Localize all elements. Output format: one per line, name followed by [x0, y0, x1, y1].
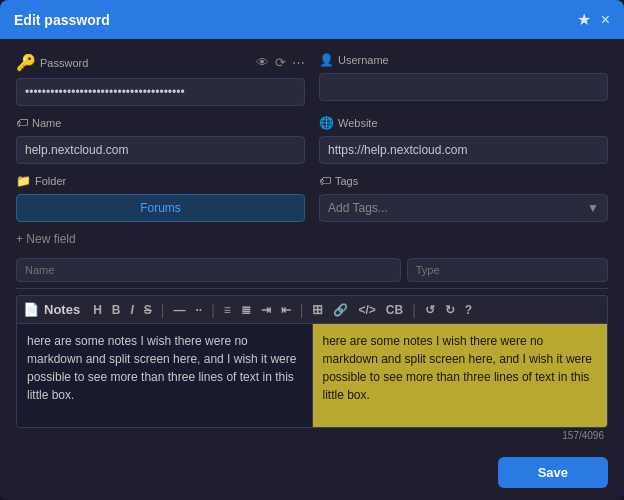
password-action-icons: 👁 ⟳ ⋯ — [256, 55, 305, 70]
globe-icon: 🌐 — [319, 116, 334, 130]
row-name-website: 🏷 Name 🌐 Website — [16, 116, 608, 164]
price-tag-icon: 🏷 — [319, 174, 331, 188]
folder-value[interactable]: Forums — [16, 194, 305, 222]
refresh-icon[interactable]: ⟳ — [275, 55, 286, 70]
tags-placeholder: Add Tags... — [328, 201, 388, 215]
password-input[interactable] — [16, 78, 305, 106]
toolbar-ul-btn[interactable]: ≡ — [221, 302, 234, 318]
toolbar-hr-btn[interactable]: — — [170, 302, 188, 318]
toolbar-i-btn[interactable]: I — [127, 302, 136, 318]
col-tags: 🏷 Tags Add Tags... ▼ — [319, 174, 608, 222]
website-input[interactable] — [319, 136, 608, 164]
new-field-row: + New field — [16, 232, 608, 246]
toolbar-redo-btn[interactable]: ↻ — [442, 302, 458, 318]
toolbar-sep-2: | — [211, 302, 215, 318]
toolbar-sep-3: | — [300, 302, 304, 318]
toolbar-table-btn[interactable]: ⊞ — [309, 301, 326, 318]
toolbar-ol-btn[interactable]: ≣ — [238, 302, 254, 318]
tags-label-row: 🏷 Tags — [319, 174, 608, 188]
name-input[interactable] — [16, 136, 305, 164]
char-count: 157/4096 — [16, 428, 608, 441]
website-label: Website — [338, 117, 378, 129]
toolbar-sep-1: | — [161, 302, 165, 318]
col-folder: 📁 Folder Forums — [16, 174, 305, 222]
toolbar-br-btn[interactable]: ·· — [192, 302, 205, 318]
divider — [16, 288, 608, 289]
toolbar-sep-4: | — [412, 302, 416, 318]
new-field-name-input[interactable] — [16, 258, 401, 282]
chevron-down-icon: ▼ — [587, 201, 599, 215]
edit-password-modal: Edit password ★ × 🔑 Password 👁 ⟳ ⋯ — [0, 0, 624, 500]
password-label: Password — [40, 57, 88, 69]
modal-title: Edit password — [14, 12, 110, 28]
notes-label: 📄 Notes — [23, 302, 80, 317]
col-username: 👤 Username — [319, 53, 608, 106]
star-icon[interactable]: ★ — [577, 10, 591, 29]
toolbar-s-btn[interactable]: S — [141, 302, 155, 318]
modal-body: 🔑 Password 👁 ⟳ ⋯ 👤 Username — [0, 39, 624, 449]
col-password: 🔑 Password 👁 ⟳ ⋯ — [16, 53, 305, 106]
notes-icon: 📄 — [23, 302, 39, 317]
website-label-row: 🌐 Website — [319, 116, 608, 130]
new-field-label[interactable]: + New field — [16, 232, 76, 246]
name-label-row: 🏷 Name — [16, 116, 305, 130]
username-input[interactable] — [319, 73, 608, 101]
col-name: 🏷 Name — [16, 116, 305, 164]
close-icon[interactable]: × — [601, 11, 610, 29]
notes-preview: here are some notes I wish there were no… — [313, 324, 608, 427]
folder-icon: 📁 — [16, 174, 31, 188]
toolbar-help-btn[interactable]: ? — [462, 302, 475, 318]
header-actions: ★ × — [577, 10, 610, 29]
toolbar-cb-btn[interactable]: CB — [383, 302, 406, 318]
eye-icon[interactable]: 👁 — [256, 55, 269, 70]
col-website: 🌐 Website — [319, 116, 608, 164]
more-icon[interactable]: ⋯ — [292, 55, 305, 70]
notes-section: 📄 Notes H B I S | — ·· | ≡ ≣ ⇥ ⇤ | ⊞ 🔗 <… — [16, 295, 608, 441]
username-label-row: 👤 Username — [319, 53, 608, 67]
tags-select[interactable]: Add Tags... ▼ — [319, 194, 608, 222]
tags-label: Tags — [335, 175, 358, 187]
toolbar-outdent-btn[interactable]: ⇤ — [278, 302, 294, 318]
username-label: Username — [338, 54, 389, 66]
new-field-type-input[interactable] — [407, 258, 608, 282]
key-icon: 🔑 — [16, 53, 36, 72]
row-folder-tags: 📁 Folder Forums 🏷 Tags Add Tags... ▼ — [16, 174, 608, 222]
notes-editor[interactable] — [17, 324, 313, 427]
toolbar-h-btn[interactable]: H — [90, 302, 105, 318]
toolbar-b-btn[interactable]: B — [109, 302, 124, 318]
toolbar-indent-btn[interactable]: ⇥ — [258, 302, 274, 318]
tag-icon: 🏷 — [16, 116, 28, 130]
notes-toolbar: 📄 Notes H B I S | — ·· | ≡ ≣ ⇥ ⇤ | ⊞ 🔗 <… — [16, 295, 608, 323]
person-icon: 👤 — [319, 53, 334, 67]
row-password-username: 🔑 Password 👁 ⟳ ⋯ 👤 Username — [16, 53, 608, 106]
save-button[interactable]: Save — [498, 457, 608, 488]
toolbar-code-btn[interactable]: </> — [355, 302, 378, 318]
name-label: Name — [32, 117, 61, 129]
folder-label-row: 📁 Folder — [16, 174, 305, 188]
notes-content-row: here are some notes I wish there were no… — [16, 323, 608, 428]
toolbar-undo-btn[interactable]: ↺ — [422, 302, 438, 318]
folder-label: Folder — [35, 175, 66, 187]
notes-title: Notes — [44, 302, 80, 317]
toolbar-link-btn[interactable]: 🔗 — [330, 302, 351, 318]
password-label-row: 🔑 Password 👁 ⟳ ⋯ — [16, 53, 305, 72]
modal-footer: Save — [0, 449, 624, 500]
modal-header: Edit password ★ × — [0, 0, 624, 39]
new-field-inputs — [16, 258, 608, 282]
